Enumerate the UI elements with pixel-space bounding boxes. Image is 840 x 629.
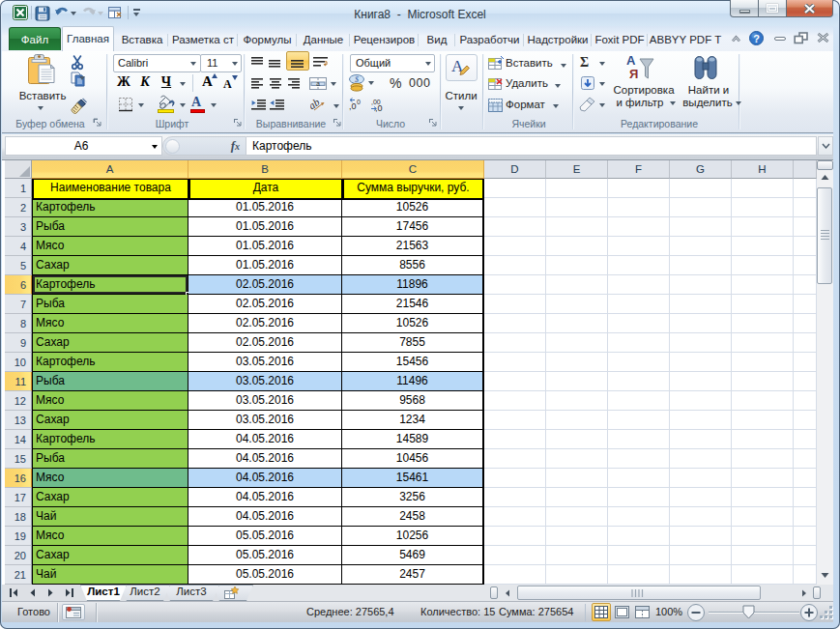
svg-text:0: 0 xyxy=(357,99,361,105)
svg-text:,0: ,0 xyxy=(349,101,357,111)
svg-text:А: А xyxy=(626,53,636,68)
svg-text:ab: ab xyxy=(310,98,322,111)
svg-text:,0: ,0 xyxy=(375,103,383,112)
svg-text:$: $ xyxy=(355,75,359,84)
svg-text:Я: Я xyxy=(629,67,638,81)
svg-text:?: ? xyxy=(753,33,760,44)
svg-text:a: a xyxy=(316,80,320,87)
